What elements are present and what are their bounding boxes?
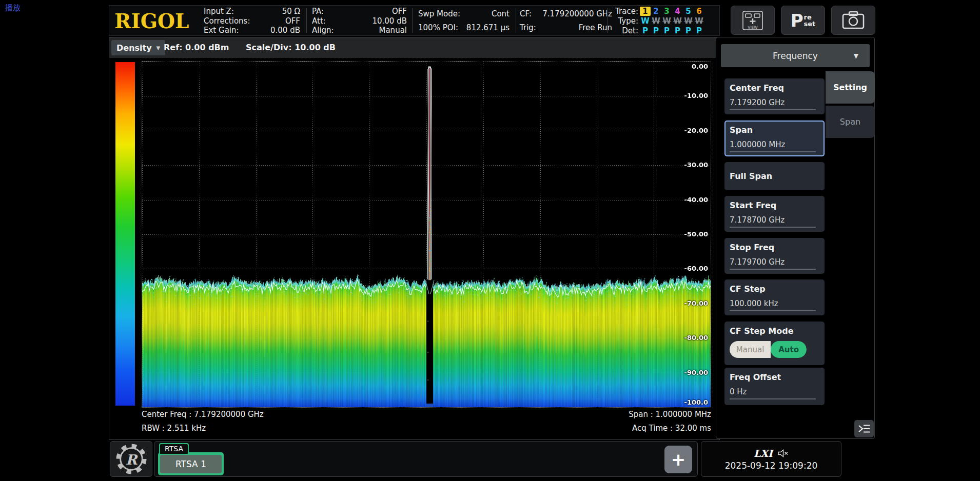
toggle-option-manual[interactable]: Manual: [730, 341, 771, 358]
att-value: 10.00 dB: [372, 17, 407, 26]
add-app-button[interactable]: +: [664, 446, 692, 473]
menu-item-freq-offset[interactable]: Freq Offset 0 Hz: [724, 368, 825, 405]
preset-text-top: re: [804, 14, 816, 21]
spectrum-footer-row2: RBW : 2.511 kHz Acq Time : 32.00 ms: [142, 424, 711, 433]
amplitude-colorbar: [115, 62, 135, 406]
speaker-muted-icon: [777, 449, 789, 457]
trace-det-label: Det:: [611, 26, 640, 35]
frequency-menu-panel: Frequency ▼ Center Freq 7.179200 GHz Spa…: [716, 37, 875, 439]
gear-icon: R: [115, 443, 147, 475]
rtsa-tab[interactable]: RTSA RTSA 1: [158, 443, 224, 475]
svg-text:VIEW: VIEW: [748, 25, 758, 30]
center-freq-readout: Center Freq : 7.179200000 GHz: [142, 410, 264, 419]
preset-icon: P re set: [791, 12, 816, 29]
start-freq-value: 7.178700 GHz: [730, 215, 816, 228]
pa-label: PA:: [312, 7, 324, 16]
input-z-value: 50 Ω: [282, 7, 300, 16]
menu-item-center-freq[interactable]: Center Freq 7.179200 GHz: [724, 78, 825, 114]
spectrum-plot: 0.00-10.00-20.00-30.00-40.00-50.00-60.00…: [142, 61, 711, 408]
preset-letter: P: [791, 12, 803, 29]
sweep-settings-column: Swp Mode:Cont 100% POI:812.671 µs: [418, 7, 509, 35]
play-overlay-label: 播放: [5, 3, 21, 13]
menu-item-cf-step[interactable]: CF Step 100.000 kHz: [724, 279, 825, 315]
trace-dets: PPPPPP: [640, 26, 704, 35]
collapse-menu-icon: [857, 423, 871, 434]
app-tabs-bar: RTSA RTSA 1 +: [154, 441, 698, 477]
screenshot-button[interactable]: [831, 6, 875, 35]
cf-step-value: 100.000 kHz: [730, 299, 816, 311]
trig-label: Trig:: [520, 24, 536, 32]
spectrum-header: Density ▼ Ref: 0.00 dBm Scale/Div: 10.00…: [109, 37, 719, 58]
density-mode-dropdown[interactable]: Density ▼: [111, 40, 165, 55]
align-value: Manual: [379, 26, 407, 35]
align-label: Align:: [312, 26, 334, 35]
menu-item-full-span[interactable]: Full Span: [724, 162, 825, 190]
menu-item-cf-step-mode[interactable]: CF Step Mode Manual Auto: [724, 322, 825, 365]
frequency-menu-header[interactable]: Frequency ▼: [721, 44, 870, 67]
spectrum-canvas: [142, 62, 711, 407]
corrections-value: OFF: [285, 17, 300, 26]
preset-text-bottom: set: [804, 21, 816, 27]
app-window: RIGOL Input Z:50 Ω Corrections:OFF Ext G…: [109, 4, 876, 478]
svg-text:R: R: [125, 452, 138, 468]
system-status: LXI 2025-09-12 19:09:20: [701, 441, 841, 477]
start-freq-label: Start Freq: [730, 201, 819, 211]
multi-view-icon: VIEW: [741, 10, 765, 31]
cf-step-mode-toggle[interactable]: Manual Auto: [730, 341, 807, 358]
density-mode-label: Density: [116, 43, 152, 53]
quick-buttons-bar: VIEW P re set: [731, 6, 875, 35]
divider: [412, 8, 413, 33]
multi-view-button[interactable]: VIEW: [731, 6, 775, 35]
amplitude-settings-column: PA:OFF Att:10.00 dB Align:Manual: [312, 7, 407, 35]
span-value: 1.000000 MHz: [730, 140, 816, 152]
stop-freq-value: 7.179700 GHz: [730, 257, 816, 270]
menu-item-start-freq[interactable]: Start Freq 7.178700 GHz: [724, 196, 825, 232]
span-label: Span: [730, 125, 819, 135]
spectrum-footer-row1: Center Freq : 7.179200000 GHz Span : 1.0…: [142, 410, 711, 419]
rtsa-tab-chip: RTSA: [159, 443, 189, 454]
cf-step-label: CF Step: [730, 284, 819, 294]
rtsa-tab-body: RTSA 1: [158, 452, 224, 475]
cf-label: CF:: [520, 10, 532, 18]
center-freq-value: 7.179200 GHz: [730, 98, 816, 110]
camera-icon: [841, 10, 866, 31]
input-settings-column: Input Z:50 Ω Corrections:OFF Ext Gain:0.…: [204, 7, 300, 35]
att-label: Att:: [312, 17, 326, 26]
cf-trig-column: CF:7.179200000 GHz Trig:Free Run: [520, 7, 612, 35]
spectrum-panel: Density ▼ Ref: 0.00 dBm Scale/Div: 10.00…: [109, 37, 720, 440]
acq-time-readout: Acq Time : 32.00 ms: [632, 424, 711, 433]
trace-type-label: Type:: [611, 16, 640, 26]
rigol-logo: RIGOL: [114, 9, 201, 33]
pa-value: OFF: [392, 7, 407, 16]
corrections-label: Corrections:: [204, 17, 250, 26]
span-readout: Span : 1.000000 MHz: [629, 410, 711, 419]
menu-item-span[interactable]: Span 1.000000 MHz: [724, 121, 825, 156]
preset-button[interactable]: P re set: [781, 6, 825, 35]
top-status-bar: RIGOL Input Z:50 Ω Corrections:OFF Ext G…: [109, 5, 720, 36]
toggle-option-auto[interactable]: Auto: [771, 341, 807, 358]
trace-numbers[interactable]: 123456: [640, 7, 704, 16]
poi-value: 812.671 µs: [466, 24, 509, 32]
ref-level-label: Ref: 0.00 dBm: [164, 37, 229, 58]
swp-mode-label: Swp Mode:: [418, 10, 460, 18]
ext-gain-value: 0.00 dB: [270, 26, 300, 35]
cf-step-mode-label: CF Step Mode: [730, 326, 819, 336]
poi-label: 100% POI:: [418, 24, 458, 32]
stop-freq-label: Stop Freq: [730, 243, 819, 253]
system-clock: 2025-09-12 19:09:20: [725, 460, 818, 471]
system-menu-button[interactable]: R: [110, 441, 152, 477]
scale-div-label: Scale/Div: 10.00 dB: [246, 37, 336, 58]
menu-item-stop-freq[interactable]: Stop Freq 7.179700 GHz: [724, 238, 825, 274]
divider: [607, 8, 607, 33]
full-span-label: Full Span: [730, 171, 772, 182]
center-freq-label: Center Freq: [730, 83, 819, 93]
divider: [516, 8, 516, 33]
trace-label: Trace:: [611, 7, 640, 16]
cf-value: 7.179200000 GHz: [542, 10, 612, 18]
divider: [306, 8, 307, 33]
tab-setting[interactable]: Setting: [826, 71, 875, 104]
lxi-logo: LXI: [754, 448, 773, 459]
menu-collapse-button[interactable]: [854, 420, 874, 437]
ext-gain-label: Ext Gain:: [204, 26, 239, 35]
tab-span[interactable]: Span: [826, 106, 875, 138]
